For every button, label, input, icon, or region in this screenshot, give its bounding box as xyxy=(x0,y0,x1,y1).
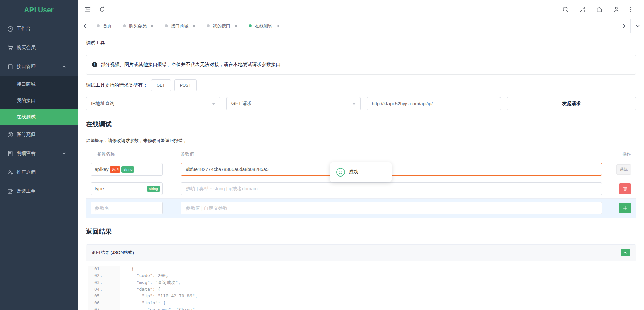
user-icon[interactable] xyxy=(613,6,619,13)
method-select[interactable]: GET 请求 xyxy=(226,97,361,110)
system-badge: 系统 xyxy=(616,164,631,175)
collapse-sidebar-button[interactable] xyxy=(81,0,95,19)
document-icon xyxy=(7,64,13,70)
alert-text: 部分视频、图片或其他接口报错、空值并不代表无法对接，请在本地尝试请求参数接口 xyxy=(101,62,281,68)
home-icon[interactable] xyxy=(596,6,602,13)
code-text: { xyxy=(120,266,134,272)
code-text: "en_name": "China", xyxy=(120,306,198,310)
sidebar-item-label: 工作台 xyxy=(17,26,31,32)
post-type-button[interactable]: POST xyxy=(174,79,197,91)
column-header-value: 参数值 xyxy=(181,151,602,157)
tab-api-market[interactable]: 接口商城 xyxy=(159,19,201,33)
code-line: 03. "msg": "查询成功", xyxy=(88,279,636,286)
sidebar-item-feedback-ticket[interactable]: 反馈工单 xyxy=(0,182,78,201)
param-action-cell xyxy=(602,183,631,194)
send-request-button[interactable]: 发起请求 xyxy=(507,97,636,110)
tab-my-apis[interactable]: 我的接口 xyxy=(201,19,243,33)
result-panel-title: 返回结果 (JSON格式) xyxy=(92,250,134,256)
result-title: 返回结果 xyxy=(86,227,636,236)
add-param-button[interactable] xyxy=(619,203,631,213)
tabs-scroll-left-button[interactable] xyxy=(78,19,91,33)
code-line: 07. "en_name": "China", xyxy=(88,306,636,310)
tab-online-test[interactable]: 在线测试 xyxy=(243,19,285,33)
method-select-value: GET 请求 xyxy=(231,101,252,107)
sidebar-item-workbench[interactable]: 工作台 xyxy=(0,19,78,38)
sidebar-item-label: 购买会员 xyxy=(17,45,36,51)
code-text: "msg": "查询成功", xyxy=(120,279,181,286)
tab-label: 我的接口 xyxy=(213,23,230,29)
main-area: 首页 购买会员 接口商城 我的接口 在线测试 xyxy=(78,0,644,310)
exclamation-circle-icon: ! xyxy=(92,62,97,67)
line-number: 06. xyxy=(88,299,120,306)
tab-label: 接口商城 xyxy=(171,23,188,29)
sidebar-item-account-recharge[interactable]: 账号充值 xyxy=(0,125,78,144)
sidebar-item-detail-view[interactable]: 明细查看 xyxy=(0,144,78,163)
search-icon[interactable] xyxy=(562,6,569,13)
debug-tool-body: ! 部分视频、图片或其他接口报错、空值并不代表无法对接，请在本地尝试请求参数接口… xyxy=(78,55,644,310)
new-param-name-input[interactable] xyxy=(91,202,163,214)
success-toast: 成功 xyxy=(330,162,392,182)
close-icon[interactable] xyxy=(234,24,238,28)
request-config-row: IP地址查询 GET 请求 发起请求 xyxy=(86,97,636,110)
code-text: "info": { xyxy=(120,299,166,306)
line-number: 05. xyxy=(88,293,120,299)
collapse-sidebar-icon xyxy=(85,6,91,12)
code-line: 01.{ xyxy=(88,266,636,272)
param-name: type xyxy=(95,186,104,191)
sidebar-item-promotion-rebate[interactable]: 推广返佣 xyxy=(0,163,78,182)
trash-icon xyxy=(623,186,627,191)
sidebar: API User 工作台 购买会员 接口管理 接口商城 我的接口 xyxy=(0,0,78,310)
caret-down-icon xyxy=(212,103,215,107)
chevron-down-icon xyxy=(61,151,67,156)
tab-buy-membership[interactable]: 购买会员 xyxy=(117,19,159,33)
fullscreen-icon[interactable] xyxy=(579,6,585,13)
smiley-success-icon xyxy=(336,168,345,177)
tab-dot xyxy=(97,24,100,27)
document-icon xyxy=(7,151,13,157)
line-number: 01. xyxy=(88,266,120,272)
param-name-cell: type string xyxy=(91,182,163,195)
sidebar-item-label: 推广返佣 xyxy=(17,169,36,175)
param-row-type: type string xyxy=(86,179,636,199)
close-icon[interactable] xyxy=(276,24,280,28)
sidebar-item-online-test[interactable]: 在线测试 xyxy=(0,109,78,125)
code-line: 04. "data": { xyxy=(88,286,636,293)
more-dots-icon[interactable] xyxy=(630,6,632,13)
dashboard-icon xyxy=(7,26,13,32)
yen-circle-icon xyxy=(7,132,13,138)
info-alert: ! 部分视频、图片或其他接口报错、空值并不代表无法对接，请在本地尝试请求参数接口 xyxy=(86,55,636,75)
tab-label: 首页 xyxy=(103,23,112,29)
tabbar: 首页 购买会员 接口商城 我的接口 在线测试 xyxy=(78,19,644,33)
sidebar-submenu-api-management: 接口商城 我的接口 在线测试 xyxy=(0,76,78,125)
delete-param-button[interactable] xyxy=(619,183,631,194)
required-tag: 必填 xyxy=(110,166,120,173)
param-name-box: type string xyxy=(91,182,163,195)
new-param-value-input[interactable] xyxy=(181,202,602,214)
sidebar-item-label: 反馈工单 xyxy=(17,188,36,194)
tab-home[interactable]: 首页 xyxy=(91,19,117,33)
api-select-value: IP地址查询 xyxy=(91,101,114,107)
column-header-name: 参数名称 xyxy=(91,151,163,157)
sidebar-item-label: 接口商城 xyxy=(17,81,36,87)
column-header-action: 操作 xyxy=(602,151,631,157)
get-type-button[interactable]: GET xyxy=(151,79,171,91)
sidebar-item-label: 在线测试 xyxy=(17,114,36,120)
tab-dot xyxy=(123,24,126,27)
type-value-input[interactable] xyxy=(181,182,602,195)
sidebar-item-api-management[interactable]: 接口管理 xyxy=(0,57,78,76)
sidebar-item-api-market[interactable]: 接口商城 xyxy=(0,76,78,92)
request-url-input[interactable] xyxy=(367,97,501,110)
tabs-scroll-right-button[interactable] xyxy=(617,19,630,33)
code-text: "code": 200, xyxy=(120,272,169,279)
scrollbar-track[interactable] xyxy=(640,0,644,310)
param-row-add xyxy=(86,199,636,218)
api-select[interactable]: IP地址查询 xyxy=(86,97,220,110)
close-icon[interactable] xyxy=(150,24,154,28)
sidebar-nav: 工作台 购买会员 接口管理 接口商城 我的接口 在线测试 xyxy=(0,19,78,201)
collapse-result-button[interactable] xyxy=(621,249,630,256)
sidebar-item-buy-membership[interactable]: 购买会员 xyxy=(0,38,78,57)
refresh-button[interactable] xyxy=(95,0,109,19)
param-value-cell xyxy=(181,182,602,195)
sidebar-item-my-apis[interactable]: 我的接口 xyxy=(0,92,78,109)
close-icon[interactable] xyxy=(192,24,196,28)
